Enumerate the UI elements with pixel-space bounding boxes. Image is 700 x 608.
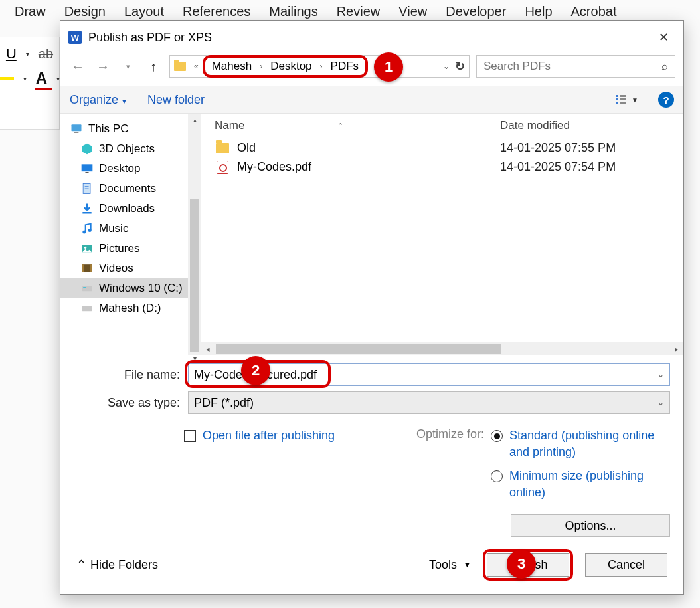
checkbox-icon xyxy=(184,430,196,442)
chevron-down-icon[interactable]: ⌄ xyxy=(657,398,664,407)
search-placeholder: Search PDFs xyxy=(483,60,551,73)
svg-rect-7 xyxy=(74,132,79,133)
file-row-folder[interactable]: Old 14-01-2025 07:55 PM xyxy=(201,138,683,157)
open-after-checkbox[interactable]: Open file after publishing xyxy=(184,427,335,444)
file-list-hscroll[interactable]: ◂ ▸ xyxy=(201,342,683,355)
publish-dialog: W Publish as PDF or XPS ✕ ← → ▾ ↑ « Mahe… xyxy=(60,20,684,595)
tree-desktop[interactable]: Desktop xyxy=(60,159,201,179)
callout-1: 1 xyxy=(374,52,403,82)
pdf-icon xyxy=(217,161,228,174)
search-input[interactable]: Search PDFs ⌕ xyxy=(476,55,675,78)
crumb-pdfs[interactable]: PDFs xyxy=(327,58,363,74)
new-folder-button[interactable]: New folder xyxy=(147,93,205,107)
cancel-button[interactable]: Cancel xyxy=(585,553,667,577)
tree-windows-c[interactable]: Windows 10 (C:) xyxy=(60,278,201,298)
savetype-label: Save as type: xyxy=(74,396,188,410)
sidebar-scrollbar[interactable]: ▴ ▾ xyxy=(188,114,201,355)
cube-icon xyxy=(80,142,94,155)
dialog-title: Publish as PDF or XPS xyxy=(88,31,647,45)
close-button[interactable]: ✕ xyxy=(654,27,674,47)
folder-icon xyxy=(174,62,186,71)
svg-rect-8 xyxy=(82,164,93,171)
svg-rect-19 xyxy=(82,264,84,272)
optimize-minimum-radio[interactable]: Minimum size (publishing online) xyxy=(491,468,670,501)
tab-layout[interactable]: Layout xyxy=(124,4,164,19)
svg-rect-4 xyxy=(620,98,626,100)
options-button[interactable]: Options... xyxy=(511,514,670,537)
save-form: File name: My-Codes-Secured.pdf ⌄ Save a… xyxy=(60,355,683,422)
callout-1-highlight: Mahesh › Desktop › PDFs xyxy=(203,55,368,78)
hide-folders-button[interactable]: ⌃ Hide Folders xyxy=(76,557,158,572)
tab-mailings[interactable]: Mailings xyxy=(269,4,317,19)
svg-rect-1 xyxy=(616,98,618,100)
column-headers: Name ⌃ Date modified xyxy=(201,114,683,138)
tab-design[interactable]: Design xyxy=(64,4,106,19)
svg-rect-5 xyxy=(620,102,626,104)
recent-dropdown[interactable]: ▾ xyxy=(119,57,137,76)
navigation-row: ← → ▾ ↑ « Mahesh › Desktop › PDFs ⌄ ↻ Se… xyxy=(60,52,683,86)
svg-rect-23 xyxy=(82,306,92,312)
download-icon xyxy=(80,202,94,215)
tree-this-pc[interactable]: This PC xyxy=(60,119,201,139)
back-button[interactable]: ← xyxy=(68,57,87,76)
address-bar[interactable]: « Mahesh › Desktop › PDFs ⌄ ↻ xyxy=(169,55,470,78)
svg-point-17 xyxy=(84,247,86,249)
forward-button[interactable]: → xyxy=(94,57,112,76)
tree-pictures[interactable]: Pictures xyxy=(60,239,201,258)
optimize-standard-radio[interactable]: Standard (publishing online and printing… xyxy=(491,427,670,460)
publish-options: Open file after publishing Optimize for:… xyxy=(60,422,683,537)
dialog-footer: ⌃ Hide Folders Tools ▼ Publish Cancel xyxy=(60,537,683,594)
chevron-down-icon[interactable]: ⌄ xyxy=(657,370,664,379)
savetype-select[interactable]: PDF (*.pdf) ⌄ xyxy=(188,391,670,414)
font-color-button[interactable]: A xyxy=(36,69,47,88)
documents-icon xyxy=(80,182,94,195)
folder-tree: This PC 3D Objects Desktop Documents Dow… xyxy=(60,114,201,355)
svg-rect-3 xyxy=(620,95,626,97)
up-button[interactable]: ↑ xyxy=(144,57,163,76)
refresh-button[interactable]: ↻ xyxy=(455,59,465,74)
crumb-mahesh[interactable]: Mahesh xyxy=(208,58,256,74)
tree-mahesh-d[interactable]: Mahesh (D:) xyxy=(60,298,201,318)
organize-menu[interactable]: Organize▼ xyxy=(70,93,128,107)
tab-review[interactable]: Review xyxy=(337,4,381,19)
tab-developer[interactable]: Developer xyxy=(446,4,506,19)
chevron-icon: « xyxy=(190,62,203,71)
optimize-label: Optimize for: xyxy=(416,427,484,441)
svg-rect-0 xyxy=(616,95,618,97)
videos-icon xyxy=(80,262,94,275)
filename-label: File name: xyxy=(74,368,188,382)
tab-view[interactable]: View xyxy=(398,4,427,19)
music-icon xyxy=(80,222,94,235)
tree-music[interactable]: Music xyxy=(60,219,201,239)
strikethrough-button[interactable]: ab xyxy=(39,47,53,62)
view-mode-button[interactable]: ▼ xyxy=(614,93,638,106)
tree-downloads[interactable]: Downloads xyxy=(60,199,201,219)
file-row-pdf[interactable]: My-Codes.pdf 14-01-2025 07:54 PM xyxy=(201,157,683,177)
tools-menu[interactable]: Tools ▼ xyxy=(429,558,471,572)
svg-rect-20 xyxy=(90,264,92,272)
tab-acrobat[interactable]: Acrobat xyxy=(571,4,617,19)
col-date[interactable]: Date modified xyxy=(500,119,675,132)
pictures-icon xyxy=(80,242,94,255)
col-name[interactable]: Name xyxy=(215,119,244,132)
underline-button[interactable]: U xyxy=(6,45,17,62)
tab-references[interactable]: References xyxy=(183,4,250,19)
tab-help[interactable]: Help xyxy=(525,4,552,19)
tab-draw[interactable]: Draw xyxy=(15,4,46,19)
tree-documents[interactable]: Documents xyxy=(60,179,201,199)
word-icon: W xyxy=(68,31,82,44)
svg-rect-9 xyxy=(86,172,89,173)
pc-icon xyxy=(70,122,83,136)
chevron-down-icon: ▼ xyxy=(464,561,471,569)
drive-icon xyxy=(80,302,94,315)
crumb-desktop[interactable]: Desktop xyxy=(266,58,315,74)
tree-videos[interactable]: Videos xyxy=(60,258,201,278)
address-dropdown[interactable]: ⌄ xyxy=(443,62,450,71)
highlight-button[interactable] xyxy=(0,77,14,80)
folder-icon xyxy=(216,143,229,153)
toolbar: Organize▼ New folder ▼ ? xyxy=(60,86,683,114)
help-button[interactable]: ? xyxy=(658,92,674,108)
search-icon: ⌕ xyxy=(661,60,668,72)
svg-rect-13 xyxy=(82,212,91,214)
tree-3d-objects[interactable]: 3D Objects xyxy=(60,139,201,159)
